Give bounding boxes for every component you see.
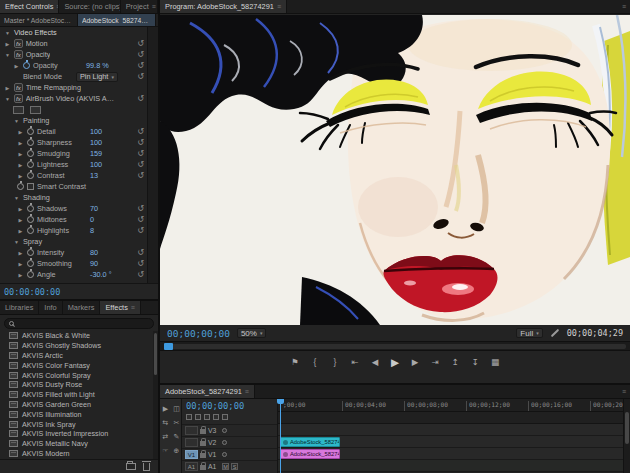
disclosure-icon[interactable]: ▼: [13, 118, 20, 124]
disclosure-icon[interactable]: ▶: [4, 85, 11, 91]
tab-project[interactable]: Project ≡: [121, 0, 158, 13]
param-value[interactable]: 99.8 %: [86, 61, 109, 70]
razor-tool[interactable]: ✂: [174, 419, 180, 427]
track-output-toggle[interactable]: [222, 428, 227, 433]
effect-list-item[interactable]: AKVIS Filled with Light: [0, 390, 153, 400]
effect-list-item[interactable]: AKVIS Illumination: [0, 409, 153, 419]
tab-effect-controls[interactable]: Effect Controls ≡: [0, 0, 59, 13]
disclosure-icon[interactable]: ▼: [4, 52, 11, 58]
source-patch[interactable]: [185, 438, 198, 447]
stopwatch-icon[interactable]: [27, 260, 34, 267]
export-frame-button[interactable]: ▦: [490, 357, 500, 367]
reset-icon[interactable]: ↺: [137, 139, 144, 147]
timeline-ruler[interactable]: ;00;00 00;00;04;00 00;00;08;00 00;00;12;…: [278, 399, 623, 412]
lock-icon[interactable]: [200, 465, 206, 470]
disclosure-icon[interactable]: ▼: [4, 96, 11, 102]
track-lane-a1[interactable]: [278, 460, 623, 472]
source-patch[interactable]: A1: [185, 462, 198, 471]
stopwatch-icon[interactable]: [27, 227, 34, 234]
tab-info[interactable]: Info: [39, 301, 62, 314]
play-button[interactable]: ▶: [390, 356, 400, 368]
param-value[interactable]: 100: [90, 138, 102, 147]
tab-program[interactable]: Program: AdobeStock_58274291 ≡: [160, 0, 287, 13]
tab-source[interactable]: Source: (no clips): [59, 0, 120, 13]
stopwatch-icon[interactable]: [27, 128, 34, 135]
solo-toggle[interactable]: S: [231, 463, 238, 470]
search-input[interactable]: [4, 318, 154, 329]
effect-list-item[interactable]: AKVIS Ink Spray: [0, 419, 153, 429]
reset-icon[interactable]: ↺: [137, 95, 144, 103]
work-area-bar[interactable]: [278, 412, 623, 424]
track-lane-v3[interactable]: [278, 424, 623, 436]
panel-menu-icon[interactable]: ≡: [131, 304, 135, 311]
disclosure-icon[interactable]: ▶: [17, 250, 24, 256]
step-forward-button[interactable]: ▶: [410, 357, 420, 367]
nest-toggle-icon[interactable]: [186, 414, 192, 420]
stopwatch-icon[interactable]: [23, 62, 30, 69]
param-value[interactable]: 8: [90, 226, 94, 235]
scrollbar[interactable]: [153, 331, 158, 459]
hand-tool[interactable]: ☞: [162, 447, 168, 455]
disclosure-icon[interactable]: ▶: [17, 217, 24, 223]
stopwatch-icon[interactable]: [27, 249, 34, 256]
go-to-out-button[interactable]: ⇥: [430, 357, 440, 367]
disclosure-icon[interactable]: ▶: [17, 129, 24, 135]
zoom-tool[interactable]: ⊕: [174, 447, 180, 455]
panel-menu-icon[interactable]: ≡: [618, 0, 630, 13]
timeline-scrollbar[interactable]: [623, 399, 630, 473]
master-clip-tab[interactable]: Master * AdobeStock_58...: [0, 14, 78, 26]
disclosure-icon[interactable]: ▶: [17, 272, 24, 278]
disclosure-icon[interactable]: ▼: [4, 30, 11, 36]
tab-sequence[interactable]: AdobeStock_58274291 ≡: [160, 385, 255, 398]
stopwatch-icon[interactable]: [27, 216, 34, 223]
add-marker-icon[interactable]: [213, 414, 219, 420]
reset-icon[interactable]: ↺: [137, 161, 144, 169]
disclosure-icon[interactable]: ▶: [17, 162, 24, 168]
track-lane-v2[interactable]: AdobeStock_58274291: [278, 436, 623, 448]
param-value[interactable]: 13: [90, 171, 98, 180]
reset-icon[interactable]: ↺: [137, 172, 144, 180]
add-marker-button[interactable]: ⚑: [290, 357, 300, 367]
reset-icon[interactable]: ↺: [137, 51, 144, 59]
mark-in-button[interactable]: {: [310, 357, 320, 367]
reset-icon[interactable]: ↺: [137, 62, 144, 70]
stopwatch-icon[interactable]: [27, 161, 34, 168]
effect-options-button[interactable]: [30, 106, 41, 114]
stopwatch-icon[interactable]: [27, 139, 34, 146]
playhead-handle[interactable]: [164, 343, 173, 350]
effect-list-item[interactable]: AKVIS Colorful Spray: [0, 370, 153, 380]
effect-list-item[interactable]: AKVIS Black & White: [0, 331, 153, 341]
sequence-clip-tab[interactable]: AdobeStock_58274291 *: [78, 14, 156, 26]
effect-list-item[interactable]: AKVIS Ghostly Shadows: [0, 341, 153, 351]
stopwatch-icon[interactable]: [17, 183, 24, 190]
lock-icon[interactable]: [200, 441, 206, 446]
panel-menu-icon[interactable]: ≡: [152, 3, 156, 10]
effect-controls-timecode[interactable]: 00:00:00:00: [4, 287, 60, 297]
param-value[interactable]: 159: [90, 149, 102, 158]
lock-icon[interactable]: [200, 429, 206, 434]
lift-button[interactable]: ↥: [450, 357, 460, 367]
resolution-select[interactable]: Full▾: [516, 328, 542, 338]
disclosure-icon[interactable]: ▶: [4, 41, 11, 47]
blend-mode-dropdown[interactable]: Pin Light▾: [76, 72, 118, 82]
effect-list-item[interactable]: AKVIS Garden Green: [0, 400, 153, 410]
disclosure-icon[interactable]: ▶: [17, 140, 24, 146]
timeline-playhead[interactable]: [280, 399, 281, 473]
mute-toggle[interactable]: M: [222, 463, 229, 470]
selection-tool[interactable]: ▶: [163, 405, 168, 413]
smart-contrast-checkbox[interactable]: [27, 183, 34, 190]
effect-list-item[interactable]: AKVIS Arctic: [0, 351, 153, 361]
ripple-edit-tool[interactable]: ⇆: [163, 419, 169, 427]
reset-icon[interactable]: ↺: [137, 40, 144, 48]
reset-icon[interactable]: ↺: [137, 271, 144, 279]
tab-libraries[interactable]: Libraries: [0, 301, 39, 314]
extract-button[interactable]: ↧: [470, 357, 480, 367]
program-scrubber[interactable]: [160, 341, 630, 351]
effect-list-item[interactable]: AKVIS Metallic Navy: [0, 439, 153, 449]
zoom-select[interactable]: 50%▾: [237, 328, 267, 338]
effect-list-item[interactable]: AKVIS Dusty Rose: [0, 380, 153, 390]
param-value[interactable]: -30.0 °: [90, 270, 112, 279]
track-select-forward-tool[interactable]: ◫: [173, 405, 180, 413]
disclosure-icon[interactable]: ▶: [17, 151, 24, 157]
reset-icon[interactable]: ↺: [137, 260, 144, 268]
